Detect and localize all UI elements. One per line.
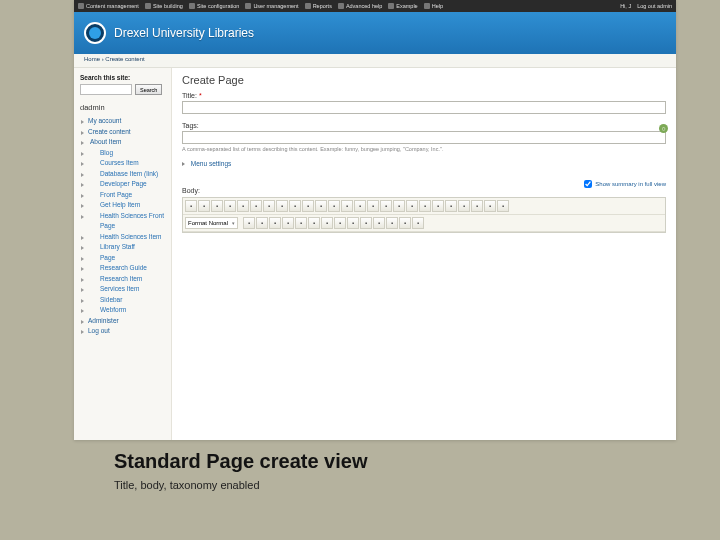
sidebar-link[interactable]: Developer Page (100, 180, 147, 187)
sidebar-item[interactable]: My account (80, 116, 165, 127)
sidebar-item[interactable]: Log out (80, 326, 165, 337)
align-right-icon[interactable]: ▪ (360, 217, 372, 229)
paste-word-icon[interactable]: ▪ (250, 200, 262, 212)
sidebar-link[interactable]: Page (100, 254, 115, 261)
editor-toolbar-row-2: Format Normal▪▪▪▪▪▪▪▪▪▪▪▪▪▪ (183, 215, 665, 232)
redo-icon[interactable]: ▪ (302, 200, 314, 212)
show-summary-input[interactable] (584, 180, 592, 188)
align-justify-icon[interactable]: ▪ (373, 217, 385, 229)
sidebar-item[interactable]: Services Item (80, 284, 165, 295)
sidebar-item[interactable]: Webform (80, 305, 165, 316)
sidebar-link[interactable]: About Item (90, 138, 121, 145)
paste-text-icon[interactable]: ▪ (237, 200, 249, 212)
bold-icon[interactable]: ▪ (243, 217, 255, 229)
sidebar-link[interactable]: Front Page (100, 191, 132, 198)
sidebar-link[interactable]: My account (88, 117, 121, 124)
sidebar-item[interactable]: Library Staff (80, 242, 165, 253)
print-icon[interactable]: ▪ (263, 200, 275, 212)
menu-icon (338, 3, 344, 9)
ul-icon[interactable]: ▪ (295, 217, 307, 229)
table-icon[interactable]: ▪ (393, 200, 405, 212)
cut-icon[interactable]: ▪ (198, 200, 210, 212)
textcolor-icon[interactable]: ▪ (386, 217, 398, 229)
admin-menu-item[interactable]: Site configuration (189, 3, 240, 9)
indent-icon[interactable]: ▪ (321, 217, 333, 229)
admin-menu-item[interactable]: User management (245, 3, 298, 9)
bgcolor-icon[interactable]: ▪ (399, 217, 411, 229)
spellcheck-icon[interactable]: ▪ (276, 200, 288, 212)
admin-menu-item[interactable]: Log out admin (637, 3, 672, 9)
ol-icon[interactable]: ▪ (282, 217, 294, 229)
anchor-icon[interactable]: ▪ (484, 200, 496, 212)
sidebar-item[interactable]: Create content (80, 127, 165, 138)
copy-icon[interactable]: ▪ (211, 200, 223, 212)
italic-icon[interactable]: ▪ (256, 217, 268, 229)
sidebar-item[interactable]: Front Page (80, 190, 165, 201)
search-button[interactable]: Search (135, 84, 162, 95)
show-summary-checkbox[interactable]: Show summary in full view (584, 180, 666, 188)
sidebar-link[interactable]: Log out (88, 327, 110, 334)
sidebar-item[interactable]: Database Item (link) (80, 169, 165, 180)
sidebar-link[interactable]: Research Item (100, 275, 142, 282)
image-icon[interactable]: ▪ (367, 200, 379, 212)
sidebar-link[interactable]: Library Staff (100, 243, 135, 250)
sidebar-link[interactable]: Database Item (link) (100, 170, 158, 177)
admin-menu-item[interactable]: Example (388, 3, 417, 9)
sidebar-link[interactable]: Health Sciences Item (100, 233, 161, 240)
admin-menu-item[interactable]: Reports (305, 3, 332, 9)
link-icon[interactable]: ▪ (458, 200, 470, 212)
sidebar-item[interactable]: Page (80, 253, 165, 264)
admin-menu-item[interactable]: Content management (78, 3, 139, 9)
smiley-icon[interactable]: ▪ (419, 200, 431, 212)
sidebar-link[interactable]: Health Sciences Front Page (100, 212, 164, 230)
sidebar-item[interactable]: Health Sciences Item (80, 232, 165, 243)
teaser-icon[interactable]: ▪ (412, 217, 424, 229)
menu-settings-toggle[interactable]: Menu settings (182, 160, 666, 167)
flash-icon[interactable]: ▪ (380, 200, 392, 212)
sidebar-item[interactable]: Administer (80, 316, 165, 327)
sidebar-link[interactable]: Courses Item (100, 159, 139, 166)
sidebar-item[interactable]: Blog (80, 148, 165, 159)
sidebar-link[interactable]: Webform (100, 306, 126, 313)
outdent-icon[interactable]: ▪ (308, 217, 320, 229)
sidebar-item[interactable]: About Item (80, 137, 165, 148)
select-all-icon[interactable]: ▪ (341, 200, 353, 212)
sidebar-link[interactable]: Administer (88, 317, 119, 324)
sidebar-item[interactable]: Courses Item (80, 158, 165, 169)
align-left-icon[interactable]: ▪ (334, 217, 346, 229)
sidebar-item[interactable]: Developer Page (80, 179, 165, 190)
sidebar-link[interactable]: Get Help Item (100, 201, 140, 208)
undo-icon[interactable]: ▪ (289, 200, 301, 212)
format-select[interactable]: Format Normal (185, 217, 238, 229)
source-icon[interactable]: ▪ (185, 200, 197, 212)
sidebar-item[interactable]: Sidebar (80, 295, 165, 306)
admin-menu-item[interactable]: Hi, J (620, 3, 631, 9)
sidebar-item[interactable]: Research Item (80, 274, 165, 285)
sidebar-link[interactable]: Services Item (100, 285, 139, 292)
maximize-icon[interactable]: ▪ (497, 200, 509, 212)
admin-menu-item[interactable]: Help (424, 3, 443, 9)
hr-icon[interactable]: ▪ (406, 200, 418, 212)
admin-menu-item[interactable]: Advanced help (338, 3, 382, 9)
paste-icon[interactable]: ▪ (224, 200, 236, 212)
page-break-icon[interactable]: ▪ (445, 200, 457, 212)
find-icon[interactable]: ▪ (315, 200, 327, 212)
sidebar-item[interactable]: Research Guide (80, 263, 165, 274)
sidebar-link[interactable]: Blog (100, 149, 113, 156)
sidebar-link[interactable]: Create content (88, 128, 131, 135)
sidebar-link[interactable]: Research Guide (100, 264, 147, 271)
title-input[interactable] (182, 101, 666, 114)
replace-icon[interactable]: ▪ (328, 200, 340, 212)
tags-input[interactable] (182, 131, 666, 144)
sidebar-link[interactable]: Sidebar (100, 296, 122, 303)
underline-icon[interactable]: ▪ (269, 217, 281, 229)
remove-format-icon[interactable]: ▪ (354, 200, 366, 212)
search-input[interactable] (80, 84, 132, 95)
sidebar-item[interactable]: Get Help Item (80, 200, 165, 211)
align-center-icon[interactable]: ▪ (347, 217, 359, 229)
special-char-icon[interactable]: ▪ (432, 200, 444, 212)
sidebar-item[interactable]: Health Sciences Front Page (80, 211, 165, 232)
add-icon[interactable]: ○ (659, 124, 668, 133)
admin-menu-item[interactable]: Site building (145, 3, 183, 9)
unlink-icon[interactable]: ▪ (471, 200, 483, 212)
